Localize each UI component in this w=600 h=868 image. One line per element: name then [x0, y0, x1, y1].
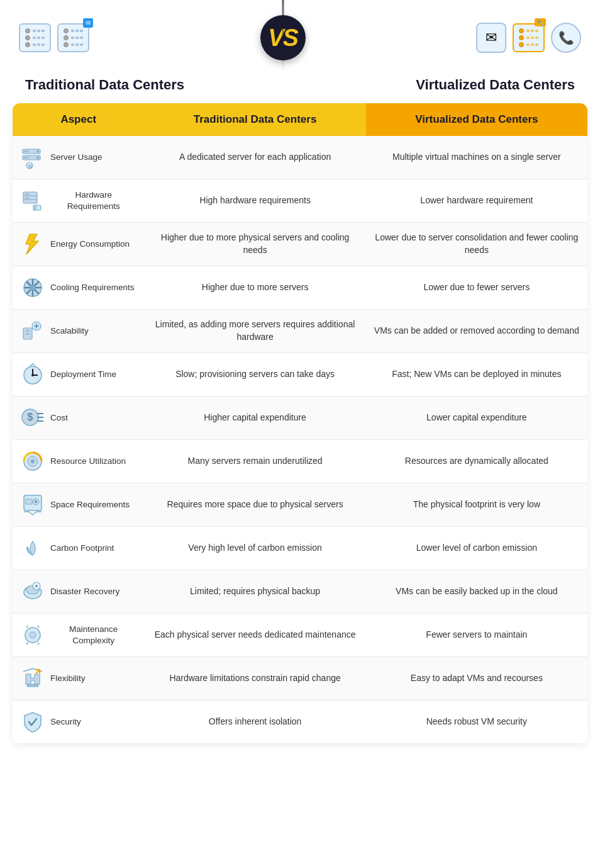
row-icon-6: $ — [20, 405, 45, 431]
svg-rect-52 — [27, 684, 38, 687]
table-row: Energy Consumption Higher due to more ph… — [13, 223, 587, 266]
table-row: Disaster Recovery Limited; requires phys… — [13, 570, 587, 614]
svg-text:$: $ — [28, 412, 33, 422]
virtualized-cell-5: Fast; New VMs can be deployed in minutes — [366, 353, 587, 397]
svg-rect-12 — [25, 197, 29, 199]
traditional-cell-11: Each physical server needs dedicated mai… — [144, 614, 365, 657]
svg-point-51 — [30, 632, 36, 638]
traditional-cell-0: A dedicated server for each application — [144, 136, 365, 179]
virtualized-cell-3: Lower due to fewer servers — [366, 266, 587, 310]
virt-phone-icon: 📞 — [551, 23, 581, 53]
svg-rect-11 — [25, 193, 29, 195]
svg-rect-23 — [26, 330, 30, 332]
traditional-cell-1: High hardware requirements — [144, 179, 365, 223]
traditional-cell-12: Hardware limitations constrain rapid cha… — [144, 657, 365, 701]
row-icon-1 — [20, 188, 45, 213]
table-row: Resource Utilization Many servers remain… — [13, 440, 587, 483]
row-icon-9 — [20, 536, 45, 561]
aspect-cell-8: Space Requirements — [13, 483, 144, 527]
svg-point-31 — [31, 374, 34, 376]
svg-rect-5 — [24, 157, 29, 159]
row-icon-0: ⚙ — [20, 145, 45, 170]
svg-point-21 — [30, 285, 35, 290]
comparison-table: Aspect Traditional Data Centers Virtuali… — [13, 103, 587, 744]
virtualized-header-icons: ✉ 🔧 — [476, 23, 581, 53]
table-row: Maintenance Complexity Each physical ser… — [13, 614, 587, 657]
aspect-label-11: Maintenance Complexity — [50, 624, 136, 646]
traditional-cell-6: Higher capital expenditure — [144, 397, 365, 440]
aspect-cell-9: Carbon Footprint — [13, 527, 144, 570]
table-row: Security Offers inherent isolationNeeds … — [13, 701, 587, 744]
svg-rect-24 — [26, 333, 30, 335]
table-row: Flexibility Hardware limitations constra… — [13, 657, 587, 701]
aspect-cell-2: Energy Consumption — [13, 223, 144, 266]
svg-text:⚙: ⚙ — [28, 164, 32, 169]
table-row: Scalability Limited, as adding more serv… — [13, 310, 587, 353]
traditional-cell-8: Requires more space due to physical serv… — [144, 483, 365, 527]
virtualized-cell-13: Needs robust VM security — [366, 701, 587, 744]
header: ✉ — [13, 15, 587, 60]
row-icon-13 — [20, 709, 45, 735]
row-icon-8 — [20, 492, 45, 517]
row-icon-11 — [20, 623, 45, 648]
traditional-cell-4: Limited, as adding more servers requires… — [144, 310, 365, 353]
title-section: Traditional Data Centers Virtualized Dat… — [13, 72, 587, 103]
aspect-label-0: Server Usage — [50, 152, 103, 163]
virtualized-cell-8: The physical footprint is very low — [366, 483, 587, 527]
virtualized-cell-11: Fewer servers to maintain — [366, 614, 587, 657]
aspect-cell-0: ⚙ Server Usage — [13, 136, 144, 179]
header-virtualized: Virtualized Data Centers — [366, 103, 587, 136]
traditional-cell-3: Higher due to more servers — [144, 266, 365, 310]
aspect-label-5: Deployment Time — [50, 369, 116, 380]
aspect-cell-11: Maintenance Complexity — [13, 614, 144, 657]
aspect-cell-4: Scalability — [13, 310, 144, 353]
aspect-label-6: Cost — [50, 412, 68, 424]
traditional-header-icons: ✉ — [19, 23, 89, 52]
aspect-cell-7: Resource Utilization — [13, 440, 144, 483]
svg-point-3 — [36, 157, 39, 159]
header-traditional: Traditional Data Centers — [144, 103, 365, 136]
row-icon-7 — [20, 449, 45, 474]
row-icon-2 — [20, 232, 45, 257]
virtualized-cell-10: VMs can be easily backed up in the cloud — [366, 570, 587, 614]
traditional-cell-13: Offers inherent isolation — [144, 701, 365, 744]
row-icon-4 — [20, 318, 45, 344]
virtualized-cell-9: Lower level of carbon emission — [366, 527, 587, 570]
aspect-label-9: Carbon Footprint — [50, 543, 114, 554]
traditional-cell-9: Very high level of carbon emission — [144, 527, 365, 570]
traditional-cell-2: Higher due to more physical servers and … — [144, 223, 365, 266]
aspect-cell-6: $ Cost — [13, 397, 144, 440]
traditional-cell-7: Many servers remain underutilized — [144, 440, 365, 483]
table-row: Deployment Time Slow; provisioning serve… — [13, 353, 587, 397]
svg-rect-4 — [24, 150, 29, 152]
virtualized-cell-7: Resources are dynamically allocated — [366, 440, 587, 483]
table-row: Space Requirements Requires more space d… — [13, 483, 587, 527]
aspect-cell-3: Cooling Requirements — [13, 266, 144, 310]
traditional-title: Traditional Data Centers — [25, 77, 184, 93]
virt-server-icon: 🔧 — [513, 23, 545, 52]
table-row: ⚙ Server Usage A dedicated server for ea… — [13, 136, 587, 179]
aspect-label-12: Flexibility — [50, 673, 86, 684]
virt-email-icon: ✉ — [476, 23, 506, 53]
aspect-label-2: Energy Consumption — [50, 239, 130, 250]
aspect-label-8: Space Requirements — [50, 499, 130, 510]
traditional-cell-10: Limited; requires physical backup — [144, 570, 365, 614]
traditional-server-icon-2: ✉ — [57, 23, 89, 52]
virtualized-title: Virtualized Data Centers — [416, 77, 575, 93]
aspect-label-13: Security — [50, 716, 81, 728]
aspect-label-3: Cooling Requirements — [50, 282, 135, 293]
svg-rect-41 — [26, 499, 32, 504]
aspect-label-10: Disaster Recovery — [50, 586, 119, 597]
aspect-label-1: Hardware Requirements — [50, 189, 136, 211]
aspect-cell-1: Hardware Requirements — [13, 179, 144, 223]
row-icon-5 — [20, 362, 45, 387]
table-row: Hardware Requirements High hardware requ… — [13, 179, 587, 223]
traditional-cell-5: Slow; provisioning servers can take days — [144, 353, 365, 397]
page: ✉ — [0, 0, 600, 868]
virtualized-cell-1: Lower hardware requirement — [366, 179, 587, 223]
vs-center: VS — [245, 15, 321, 60]
virtualized-cell-2: Lower due to server consolidation and fe… — [366, 223, 587, 266]
svg-point-1 — [36, 150, 39, 153]
vs-badge: VS — [260, 15, 306, 60]
virtualized-cell-12: Easy to adapt VMs and recourses — [366, 657, 587, 701]
